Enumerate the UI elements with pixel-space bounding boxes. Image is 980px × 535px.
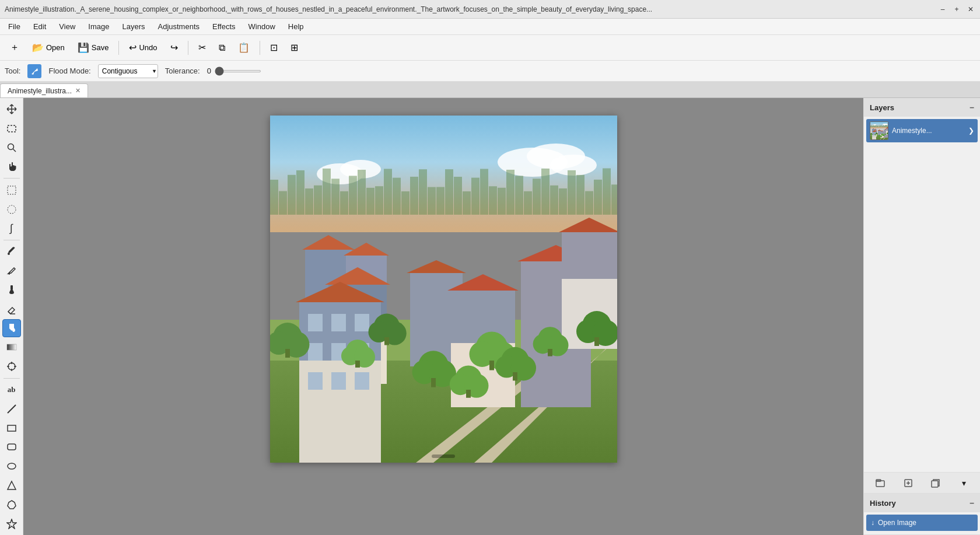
tool-marquee-rect[interactable] [2,120,21,138]
tab-label: Animestyle_illustra... [8,87,72,95]
new-button[interactable]: ＋ [5,39,24,57]
redo-button[interactable]: ↪ [165,39,183,57]
thumbnail-canvas [870,122,888,140]
tool-line[interactable] [2,400,21,418]
menu-image[interactable]: Image [82,20,115,33]
title-bar-controls: – + ✕ [938,5,975,14]
svg-line-7 [8,312,10,314]
layer-thumbnail [870,121,888,140]
tool-flood-fill[interactable] [2,319,21,337]
toolbar-sep-1 [118,41,119,55]
menu-window[interactable]: Window [243,20,281,33]
tool-label: Tool: [5,67,20,75]
layer-item[interactable]: Animestyle... ❯ [866,119,978,142]
tool-pencil[interactable] [2,262,21,280]
menu-help[interactable]: Help [282,20,310,33]
history-collapse-button[interactable]: – [970,498,974,508]
cut-button[interactable]: ✂ [193,39,211,57]
copy-icon: ⧉ [219,43,225,53]
history-item-icon: ↓ [871,519,874,527]
tool-eraser[interactable] [2,300,21,318]
tool-zoom[interactable] [2,139,21,157]
new-group-button[interactable] [872,475,888,491]
tool-triangle[interactable] [2,477,21,495]
history-panel-header[interactable]: History – [864,494,980,512]
canvas-container [270,116,617,463]
layers-panel-header[interactable]: Layers – [864,98,980,117]
menu-effects[interactable]: Effects [206,20,242,33]
canvas-area[interactable] [23,98,863,535]
undo-button[interactable]: ↩ Undo [124,39,162,57]
main-canvas[interactable] [270,116,617,463]
layers-title: Layers [870,103,894,112]
canvas-scroll-indicator [432,454,455,458]
tab-animestyle[interactable]: Animestyle_illustra... ✕ [0,83,88,97]
active-tool-icon[interactable] [27,64,41,78]
tool-star[interactable] [2,515,21,533]
tab-close-button[interactable]: ✕ [75,87,80,95]
tool-rounded-rect[interactable] [2,438,21,456]
tool-rectangle[interactable] [2,419,21,437]
copy-button[interactable]: ⧉ [214,39,230,57]
tool-ellipse-select[interactable] [2,200,21,218]
tool-move[interactable] [2,100,21,118]
paste-icon: 📋 [238,42,250,53]
close-button[interactable]: ✕ [966,5,975,14]
svg-rect-17 [8,444,16,450]
menu-edit[interactable]: Edit [27,20,52,33]
tool-ellipse[interactable] [2,457,21,475]
tolerance-slider[interactable] [215,70,261,72]
workspace: Animestyle_illustra... ✕ [0,82,980,535]
svg-marker-19 [8,481,16,489]
menu-bar: File Edit View Image Layers Adjustments … [0,19,980,35]
tool-polygon[interactable] [2,495,21,513]
svg-rect-9 [7,344,16,350]
save-button[interactable]: 💾 Save [72,39,114,57]
new-layer-button[interactable] [900,475,916,491]
svg-rect-0 [8,125,16,132]
menu-layers[interactable]: Layers [116,20,150,33]
flood-mode-select[interactable]: Contiguous Similar Colors All [98,64,158,78]
tool-lasso[interactable]: ∫ [2,219,21,237]
menu-file[interactable]: File [2,20,26,33]
layers-section: Layers – Animestyle... ❯ [864,98,980,494]
layers-collapse-button[interactable]: – [970,103,974,112]
svg-point-4 [8,205,16,214]
flood-mode-select-wrap: Contiguous Similar Colors All ▾ [98,64,158,78]
toolbar-sep-3 [260,41,260,55]
toolbox-sep-2 [4,240,20,240]
maximize-button[interactable]: + [952,5,961,14]
tolerance-label: Tolerance: [165,67,200,75]
layer-expand-icon[interactable]: ❯ [968,127,974,135]
transform-button[interactable]: ⊞ [285,39,303,57]
tool-rect-select[interactable] [2,181,21,199]
history-section: History – ↓ Open Image [864,494,980,535]
open-button[interactable]: 📂 Open [27,39,70,57]
svg-point-5 [8,253,10,255]
svg-marker-21 [7,519,16,529]
svg-line-2 [13,149,16,152]
tool-sample[interactable] [2,358,21,376]
menu-adjustments[interactable]: Adjustments [152,20,205,33]
toolbar: ＋ 📂 Open 💾 Save ↩ Undo ↪ ✂ ⧉ 📋 ⊡ ⊞ [0,35,980,61]
history-list: ↓ Open Image [864,512,980,534]
minimize-button[interactable]: – [938,5,947,14]
history-title: History [870,499,896,508]
duplicate-layer-button[interactable] [928,475,944,491]
layer-name: Animestyle... [892,127,965,135]
tool-eyedropper[interactable] [2,243,21,261]
tool-hand[interactable] [2,158,21,176]
tab-bar: Animestyle_illustra... ✕ [0,82,980,98]
history-item[interactable]: ↓ Open Image [866,515,978,531]
paste-button[interactable]: 📋 [233,39,255,57]
layers-list: Animestyle... ❯ [864,117,980,472]
tool-brush[interactable] [2,281,21,299]
right-panel: Layers – Animestyle... ❯ [863,98,980,535]
menu-view[interactable]: View [53,20,81,33]
new-icon: ＋ [10,41,19,54]
crop-button[interactable]: ⊡ [265,39,283,57]
layers-more-button[interactable]: ▾ [956,475,972,491]
svg-line-15 [8,405,16,413]
tool-text[interactable]: ab [2,380,21,398]
tool-gradient[interactable] [2,338,21,356]
